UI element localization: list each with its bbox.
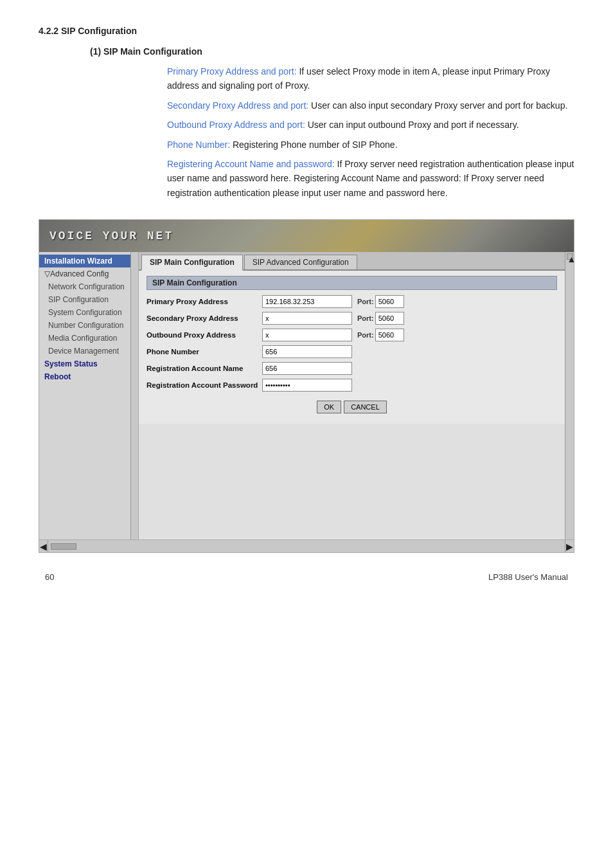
doc-section: 4.2.2 SIP Configuration (1) SIP Main Con…	[39, 26, 574, 200]
doc-content: Primary Proxy Address and port: If user …	[167, 64, 574, 200]
para2-text: User can also input secondary Proxy serv…	[308, 100, 567, 111]
sidebar-scrollbar[interactable]	[130, 252, 138, 539]
port-label-primary: Port:	[357, 298, 374, 305]
ui-sidebar: Installation Wizard ▽Advanced Config Net…	[39, 252, 139, 539]
sidebar-item-sip-config[interactable]: SIP Configuration	[39, 293, 138, 306]
form-row-outbound-proxy: Outbound Proxy Address Port:	[147, 329, 557, 341]
form-section-title: SIP Main Configuration	[147, 276, 557, 290]
input-reg-account-name[interactable]	[262, 362, 352, 375]
manual-title: LP388 User's Manual	[488, 572, 568, 582]
page-number: 60	[45, 572, 54, 582]
para2-label: Secondary Proxy Address and port:	[167, 100, 308, 111]
content-tabs: SIP Main Configuration SIP Advanced Conf…	[139, 252, 565, 271]
sidebar-item-device-mgmt[interactable]: Device Management	[39, 345, 138, 357]
ui-header-title: VOICE YOUR NET	[49, 230, 173, 242]
form-row-secondary-proxy: Secondary Proxy Address Port:	[147, 312, 557, 325]
tab-sip-main[interactable]: SIP Main Configuration	[141, 255, 243, 271]
paragraph-1: Primary Proxy Address and port: If user …	[167, 64, 574, 93]
ui-header: VOICE YOUR NET	[39, 220, 574, 252]
para4-text: Registering Phone number of SIP Phone.	[230, 140, 397, 150]
sidebar-item-media-config[interactable]: Media Configuration	[39, 332, 138, 345]
bottom-right-arrow[interactable]: ▶	[565, 540, 574, 552]
tab-sip-advanced[interactable]: SIP Advanced Configuration	[244, 255, 357, 269]
h-scroll-thumb	[51, 543, 76, 550]
form-area: SIP Main Configuration Primary Proxy Add…	[139, 271, 565, 424]
input-reg-account-password[interactable]	[262, 379, 352, 392]
right-scrollbar[interactable]: ▲	[565, 252, 574, 539]
input-outbound-proxy[interactable]	[262, 329, 352, 341]
paragraph-3: Outbound Proxy Address and port: User ca…	[167, 118, 574, 132]
bottom-left-arrow[interactable]: ◀	[39, 540, 48, 552]
doc-heading: 4.2.2 SIP Configuration	[39, 26, 574, 36]
input-port-secondary[interactable]	[375, 312, 404, 325]
content-spacer	[139, 424, 565, 539]
label-primary-proxy: Primary Proxy Address	[147, 298, 262, 305]
ui-content: SIP Main Configuration SIP Advanced Conf…	[139, 252, 565, 539]
form-row-reg-account-password: Registration Account Password	[147, 379, 557, 392]
label-reg-account-password: Registration Account Password	[147, 381, 262, 389]
ok-button[interactable]: OK	[317, 401, 341, 413]
sidebar-item-number-config[interactable]: Number Configuration	[39, 319, 138, 332]
sidebar-item-reboot[interactable]: Reboot	[39, 370, 138, 383]
para3-label: Outbound Proxy Address and port:	[167, 120, 305, 130]
sidebar-item-system-config[interactable]: System Configuration	[39, 306, 138, 319]
input-port-primary[interactable]	[375, 295, 404, 308]
paragraph-5: Registering Account Name and password: I…	[167, 157, 574, 200]
form-row-reg-account-name: Registration Account Name	[147, 362, 557, 375]
sidebar-item-network-config[interactable]: Network Configuration	[39, 280, 138, 293]
input-port-outbound[interactable]	[375, 329, 404, 341]
form-row-primary-proxy: Primary Proxy Address Port:	[147, 295, 557, 308]
ui-panel: VOICE YOUR NET Installation Wizard ▽Adva…	[39, 219, 574, 553]
para5-label: Registering Account Name and password:	[167, 159, 335, 169]
para3-text: User can input outbound Proxy and port i…	[305, 120, 519, 130]
port-label-secondary: Port:	[357, 314, 374, 322]
para4-label: Phone Number:	[167, 140, 230, 150]
sidebar-item-installation-wizard[interactable]: Installation Wizard	[39, 255, 138, 267]
form-row-phone-number: Phone Number	[147, 345, 557, 358]
port-label-outbound: Port:	[357, 331, 374, 339]
horizontal-scrollbar[interactable]	[48, 540, 565, 552]
ui-body: Installation Wizard ▽Advanced Config Net…	[39, 252, 574, 539]
ui-bottom-bar: ◀ ▶	[39, 539, 574, 552]
label-reg-account-name: Registration Account Name	[147, 365, 262, 372]
scroll-up-arrow[interactable]: ▲	[567, 253, 573, 260]
label-phone-number: Phone Number	[147, 348, 262, 356]
sidebar-item-advanced-config[interactable]: ▽Advanced Config	[39, 267, 138, 280]
doc-footer: 60 LP388 User's Manual	[39, 572, 574, 582]
input-phone-number[interactable]	[262, 345, 352, 358]
input-secondary-proxy[interactable]	[262, 312, 352, 325]
cancel-button[interactable]: CANCEL	[344, 401, 387, 413]
doc-subheading: (1) SIP Main Configuration	[90, 46, 574, 57]
sidebar-item-system-status[interactable]: System Status	[39, 357, 138, 370]
button-row: OK CANCEL	[147, 401, 557, 413]
paragraph-2: Secondary Proxy Address and port: User c…	[167, 98, 574, 113]
label-outbound-proxy: Outbound Proxy Address	[147, 331, 262, 339]
input-primary-proxy[interactable]	[262, 295, 352, 308]
paragraph-4: Phone Number: Registering Phone number o…	[167, 138, 574, 152]
para1-label: Primary Proxy Address and port:	[167, 66, 297, 77]
label-secondary-proxy: Secondary Proxy Address	[147, 314, 262, 322]
